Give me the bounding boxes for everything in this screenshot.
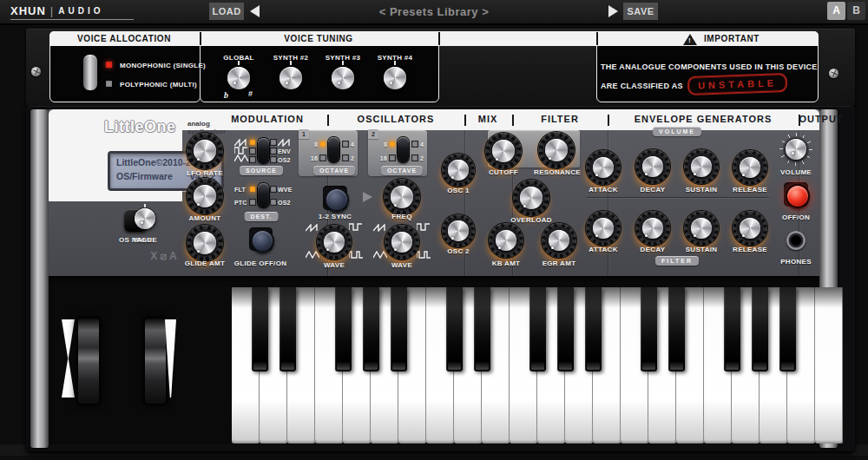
brand-xhun: XHUN [10,4,46,17]
dest-switch[interactable] [258,183,269,207]
vol-sustain-knob[interactable] [684,149,719,184]
osc-route-arrow-icon [363,192,372,202]
amount-knob[interactable] [187,178,223,214]
mod-wheel[interactable] [143,317,168,405]
knob-marker [238,61,240,65]
brand-underline [10,19,134,20]
glide-onoff-button[interactable] [251,229,274,253]
lcd-line2a: OS/Firmware [116,171,173,181]
osc2-octave-pill: OCTAVE [381,166,423,175]
square-wave-icon [417,223,431,231]
envelopes-title: ENVELOPE GENERATORS [635,114,773,124]
piano-key-black[interactable] [529,287,546,371]
piano-key-black[interactable] [724,287,740,371]
vol-attack-knob[interactable] [586,150,621,185]
amount-label: AMOUNT [189,214,221,222]
dest-pill: DEST. [245,212,279,221]
control-panel: MODULATION OSCILLATORS MIX FILTER ENVELO… [49,109,819,276]
osc2-oct2: 2 [420,155,424,161]
piano-key-black[interactable] [668,287,685,371]
osc1-oct8: 8 [307,141,318,148]
vol-decay-knob[interactable] [635,149,670,184]
preset-selector[interactable]: < Presets Library > [379,5,490,18]
piano-key-black[interactable] [641,287,657,371]
synth4-tune-knob[interactable] [384,67,406,89]
source-switch[interactable] [258,138,269,163]
osc1-oct4: 4 [351,141,354,148]
piano-key-black[interactable] [279,287,296,371]
resonance-knob[interactable] [538,132,575,168]
flt-attack-knob[interactable] [586,211,621,246]
osc2-freq-knob[interactable] [384,179,420,215]
osc2-wave-label: WAVE [391,261,412,269]
value-knob[interactable] [135,208,155,229]
modulation-title: MODULATION [231,114,304,124]
plugin-window: XHUN|AUDIO LOAD < Presets Library > SAVE… [0,0,868,460]
flt-decay-knob[interactable] [635,211,670,246]
vol-attack-label: ATTACK [589,186,618,194]
osc2-octave-switch[interactable] [398,137,409,162]
xhun-mark: X⧄A [150,250,179,262]
voice-allocation-title: VOICE ALLOCATION [77,34,171,43]
global-tune-knob[interactable] [227,67,250,89]
dest-led-wve [271,187,276,192]
sync-button[interactable] [325,187,349,212]
vol-sustain-label: SUSTAIN [686,186,718,194]
phones-jack[interactable] [786,231,806,250]
piano-key-black[interactable] [363,287,379,371]
mix-osc1-label: OSC 1 [447,187,470,194]
mix-title: MIX [478,114,498,124]
onoff-button[interactable] [786,184,810,208]
osc1-wave-knob[interactable] [317,225,352,260]
piano-key-black[interactable] [474,287,490,371]
knob-marker [290,61,292,65]
piano-key-black[interactable] [557,287,574,371]
piano-key-black[interactable] [335,287,352,371]
overload-knob[interactable] [513,180,549,216]
voice-allocation-switch[interactable] [82,54,98,91]
important-line2: ARE CLASSIFIED AS [601,82,683,90]
save-button[interactable]: SAVE [623,3,658,20]
mix-osc1-knob[interactable] [442,154,475,187]
slot-b-button[interactable]: B [847,2,865,20]
piano-key-black[interactable] [585,287,602,371]
load-button[interactable]: LOAD [209,3,244,20]
piano-key-white[interactable] [815,287,843,444]
osc2-wave-knob[interactable] [385,225,419,260]
piano-key-black[interactable] [252,287,268,371]
flt-decay-label: DECAY [641,246,666,253]
osc2-led-8 [390,141,395,147]
piano-key-black[interactable] [446,287,463,371]
next-preset-icon[interactable] [608,5,618,17]
mix-osc2-knob[interactable] [442,214,475,247]
important-line1: THE ANALOGUE COMPONENTS USED IN THIS DEV… [601,62,818,71]
slot-a-button[interactable]: A [827,2,845,20]
divider [512,115,514,126]
egr-amt-knob[interactable] [542,223,576,258]
pitch-wheel[interactable] [76,317,101,405]
piano-key-black[interactable] [391,287,407,371]
piano-key-black[interactable] [752,287,768,371]
output-volume-label: VOLUME [780,168,812,176]
divider [327,115,329,126]
osc1-octave-switch[interactable] [328,137,339,162]
output-volume-knob[interactable] [786,139,806,160]
vol-release-knob[interactable] [733,150,767,185]
source-led-square [250,148,255,154]
kb-amt-knob[interactable] [489,223,523,258]
divider [464,115,466,126]
piano-key-black[interactable] [779,287,796,371]
source-pill: SOURCE [240,166,283,175]
glide-amt-knob[interactable] [187,225,223,261]
synth2-tune-knob[interactable] [279,67,302,89]
os2b-label: OS2 [278,200,291,206]
flt-release-knob[interactable] [733,211,767,246]
prev-preset-icon[interactable] [250,5,260,17]
brand-logo: XHUN|AUDIO [10,4,103,17]
glide-amt-label: GLIDE AMT [185,260,225,267]
synth3-tune-knob[interactable] [332,67,354,89]
cutoff-knob[interactable] [485,133,522,169]
flt-sustain-knob[interactable] [684,211,719,246]
lfo-rate-knob[interactable] [187,133,223,169]
filter-title: FILTER [541,114,579,124]
